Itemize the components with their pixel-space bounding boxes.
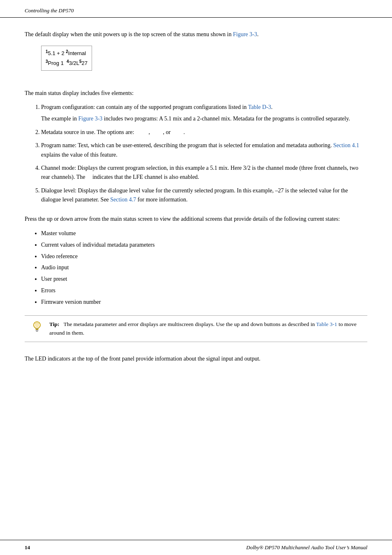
tip-label: Tip: [49,321,60,327]
sup-2: 2 [66,49,68,54]
led-paragraph: The LED indicators at the top of the fro… [25,354,367,363]
list-item-1: Program configuration: can contain any o… [41,103,367,124]
bullet-item-user-preset: User preset [41,274,367,284]
figure-line-2: 3Prog 1 43/2L527 [46,58,88,68]
figure-3-3-link-1[interactable]: Figure 3-3 [233,31,257,37]
header-title: Controlling the DP570 [25,7,74,14]
bullet-list: Master volume Current values of individu… [41,229,367,307]
main-content: The default display when the unit powers… [0,18,392,376]
page-container: Controlling the DP570 The default displa… [0,0,392,555]
section-4-7-link[interactable]: Section 4.7 [110,197,136,203]
numbered-list: Program configuration: can contain any o… [41,103,367,205]
sup-3: 3 [46,59,48,64]
sup-5: 5 [79,59,82,64]
table-d3-link[interactable]: Table D-3 [248,104,271,110]
intro-paragraph: The default display when the unit powers… [25,30,367,39]
bullet-item-master-volume: Master volume [41,229,367,238]
lightbulb-icon [31,320,43,334]
svg-rect-6 [35,328,38,328]
page-header: Controlling the DP570 [0,0,392,18]
figure-box: 15.1 + 2 2Internal 3Prog 1 43/2L527 [41,46,92,70]
footer-title: Dolby® DP570 Multichannel Audio Tool Use… [246,544,367,551]
bullet-item-metadata-values: Current values of individual metadata pa… [41,240,367,250]
tip-box: Tip: The metadata parameter and error di… [25,315,367,342]
figure-3-3-link-2[interactable]: Figure 3-3 [78,116,103,122]
table-3-1-link[interactable]: Table 3-1 [316,321,337,327]
section-4-1-link[interactable]: Section 4.1 [333,142,359,148]
tip-content: Tip: The metadata parameter and error di… [49,320,362,338]
figure-line-1: 15.1 + 2 2Internal [46,49,88,58]
svg-rect-2 [36,331,38,331]
list-item-1-subpara: The example in Figure 3-3 includes two p… [41,114,367,123]
svg-rect-1 [35,330,38,331]
press-paragraph: Press the up or down arrow from the main… [25,215,367,224]
list-item-4: Channel mode: Displays the current progr… [41,164,367,182]
bullet-item-audio-input: Audio input [41,263,367,273]
sup-1: 1 [46,49,48,54]
sup-4: 4 [67,59,69,64]
elements-intro: The main status display includes five el… [25,89,367,98]
bullet-item-errors: Errors [41,286,367,296]
list-item-3: Program name: Text, which can be user-en… [41,141,367,160]
tip-icon [30,320,44,335]
list-item-5: Dialogue level: Displays the dialogue le… [41,186,367,205]
bullet-item-video-reference: Video reference [41,252,367,261]
list-item-2: Metadata source in use. The options are:… [41,128,367,137]
bullet-item-firmware: Firmware version number [41,297,367,307]
page-footer: 14 Dolby® DP570 Multichannel Audio Tool … [0,540,392,555]
footer-page-number: 14 [25,544,30,551]
